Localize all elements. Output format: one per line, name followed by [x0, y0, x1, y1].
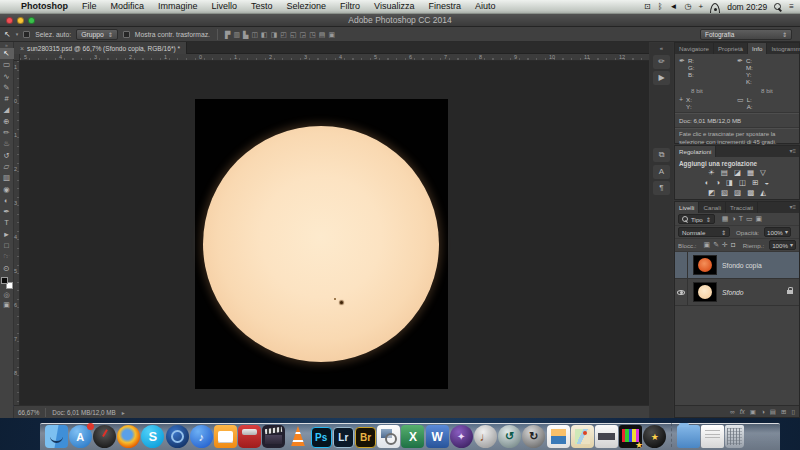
tab-istogramma[interactable]: Istogramma [767, 43, 800, 54]
tab-tracciati[interactable]: Tracciati [726, 202, 758, 213]
lightroom-icon[interactable]: Lr [333, 427, 354, 448]
sun-image[interactable] [195, 99, 448, 389]
filter-type-layers-icon[interactable]: T [739, 215, 743, 223]
new-layer-icon[interactable]: ⊞ [781, 408, 786, 416]
lock-all-icon[interactable]: ◘ [731, 241, 735, 249]
foreground-color-swatch[interactable] [1, 277, 8, 284]
character-panel-icon[interactable]: A [653, 165, 670, 179]
link-layers-icon[interactable]: ∞ [730, 408, 735, 415]
channel-mixer-icon[interactable]: ⊞ [752, 178, 758, 188]
keyboard-input-icon[interactable]: + [698, 0, 703, 13]
menu-immagine[interactable]: Immagine [151, 0, 205, 13]
brush-tool[interactable]: ✏ [0, 127, 14, 138]
opacity-field[interactable]: 100% ▾ [764, 227, 791, 237]
exposure-icon[interactable]: ▦ [747, 168, 754, 178]
menu-photoshop[interactable]: Photoshop [14, 0, 75, 13]
maps-icon[interactable] [571, 425, 594, 448]
align-vertical-centers-icon[interactable]: ▥ [233, 28, 240, 41]
distribute-bottom-edges-icon[interactable]: ◲ [300, 28, 307, 41]
pen-tool[interactable]: ✒ [0, 206, 14, 217]
menu-finestra[interactable]: Finestra [421, 0, 468, 13]
layer-visibility-toggle[interactable] [675, 252, 688, 279]
curves-icon[interactable]: ◪ [734, 168, 741, 178]
lock-position-icon[interactable]: ✛ [722, 241, 728, 249]
notification-center-icon[interactable]: ≡ [789, 0, 794, 13]
new-group-icon[interactable]: ▤ [770, 408, 776, 416]
selective-color-icon[interactable]: ▩ [747, 188, 754, 198]
distribute-top-edges-icon[interactable]: ◰ [280, 28, 287, 41]
gradient-map-icon[interactable]: ◭ [760, 188, 766, 198]
menu-file[interactable]: File [75, 0, 104, 13]
rgb-bit-depth[interactable]: 8 bit [691, 87, 749, 94]
close-window-button[interactable] [6, 17, 13, 24]
eyedropper-tool[interactable]: ◢ [0, 104, 14, 115]
posterize-icon[interactable]: ▧ [721, 188, 728, 198]
delete-layer-icon[interactable]: ▯ [791, 408, 795, 416]
software-update-icon[interactable]: ↻ [522, 425, 545, 448]
menu-selezione[interactable]: Selezione [280, 0, 334, 13]
tab-proprietà[interactable]: Proprietà [714, 43, 748, 54]
distribute-left-edges-icon[interactable]: ◳ [309, 28, 316, 41]
auto-select-checkbox[interactable] [23, 31, 30, 38]
star-orb-icon[interactable]: ★ [643, 425, 666, 448]
documents-stack-icon[interactable] [701, 425, 724, 448]
spot-healing-tool[interactable]: ⊕ [0, 116, 14, 127]
menu-filtro[interactable]: Filtro [333, 0, 367, 13]
time-machine-menu-icon[interactable]: ◷ [685, 0, 692, 13]
clone-stamp-tool[interactable]: ♨ [0, 138, 14, 149]
move-tool[interactable]: ↖ [0, 48, 14, 59]
volume-icon[interactable]: ◄ [670, 0, 678, 13]
blur-tool[interactable]: ◉ [0, 184, 14, 195]
lock-pixels-icon[interactable]: ✎ [713, 241, 719, 249]
photo-box-icon[interactable] [595, 425, 618, 448]
menu-clock[interactable]: dom 20:29 [727, 2, 767, 12]
hand-tool[interactable]: ☞ [0, 251, 14, 262]
tab-info[interactable]: Info [748, 43, 767, 54]
invert-icon[interactable]: ◩ [708, 188, 715, 198]
distribute-horizontal-centers-icon[interactable]: ▤ [319, 28, 326, 41]
layer-row-sfondo-copia[interactable]: Sfondo copia [675, 252, 799, 279]
bluetooth-icon[interactable]: ᛒ [658, 0, 663, 13]
quicktime-icon[interactable] [166, 425, 189, 448]
levels-icon[interactable]: ▤ [721, 168, 728, 178]
word-icon[interactable]: W [426, 425, 449, 448]
quick-selection-tool[interactable]: ✎ [0, 82, 14, 93]
time-machine-icon[interactable]: ↺ [498, 425, 521, 448]
ibooks-icon[interactable] [214, 425, 237, 448]
bridge-icon[interactable]: Br [355, 427, 376, 448]
panel-menu-icon[interactable]: ▾≡ [789, 146, 799, 157]
toast-icon[interactable] [238, 425, 261, 448]
firefox-icon[interactable] [117, 425, 140, 448]
distribute-vertical-centers-icon[interactable]: ◱ [290, 28, 297, 41]
color-swatches[interactable] [1, 277, 13, 289]
display-mirroring-icon[interactable]: ⊡ [644, 0, 651, 13]
cmyk-bit-depth[interactable]: 8 bit [761, 87, 773, 94]
status-menu-arrow-icon[interactable]: ▸ [122, 409, 125, 416]
dodge-tool[interactable]: ◐ [0, 195, 14, 206]
history-brush-tool[interactable]: ↺ [0, 150, 14, 161]
align-horizontal-centers-icon[interactable]: ◧ [261, 28, 268, 41]
path-selection-tool[interactable]: ► [0, 229, 14, 240]
distribute-right-edges-icon[interactable]: ▣ [328, 28, 335, 41]
layer-effects-icon[interactable]: fx [740, 408, 745, 415]
color-balance-icon[interactable]: ◑ [715, 178, 720, 188]
auto-select-target-dropdown[interactable]: Gruppo ⇕ [76, 29, 118, 40]
menu-aiuto[interactable]: Aiuto [468, 0, 503, 13]
wifi-icon[interactable] [710, 3, 720, 11]
layer-thumbnail[interactable] [693, 255, 717, 275]
expand-panels-icon[interactable]: « [660, 44, 663, 52]
quick-mask-icon[interactable]: ◎ [0, 290, 14, 300]
vlc-icon[interactable] [286, 425, 309, 448]
hue-saturation-icon[interactable]: ◐ [705, 178, 710, 188]
photoshop-icon[interactable]: Ps [311, 427, 332, 448]
layer-name[interactable]: Sfondo copia [722, 262, 762, 269]
layer-filter-dropdown[interactable]: Tipo ⇕ [678, 214, 715, 224]
align-left-edges-icon[interactable]: ◫ [251, 28, 258, 41]
actions-panel-icon[interactable]: ▶ [653, 71, 670, 85]
photo-filter-icon[interactable]: ◫ [739, 178, 746, 188]
menu-testo[interactable]: Testo [244, 0, 280, 13]
clone-source-panel-icon[interactable]: ⧉ [653, 148, 670, 162]
eraser-tool[interactable]: ▱ [0, 161, 14, 172]
excel-icon[interactable]: X [401, 425, 424, 448]
document-tab[interactable]: × sun280315.psd @ 66,7% (Sfondo copia, R… [14, 42, 187, 54]
